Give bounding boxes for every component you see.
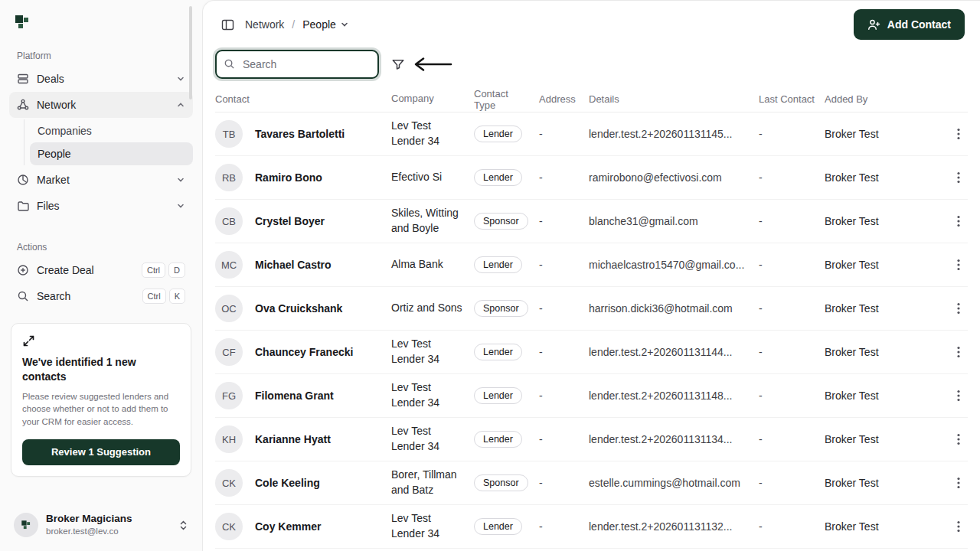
column-header-last-contact[interactable]: Last Contact bbox=[759, 93, 825, 105]
breadcrumb-people[interactable]: People bbox=[302, 18, 349, 31]
main-panel: Network / People Add Contact Contact Com… bbox=[202, 0, 980, 551]
added-by-cell: Broker Test bbox=[825, 520, 926, 533]
row-menu-button[interactable] bbox=[952, 123, 965, 145]
row-menu-button[interactable] bbox=[952, 429, 965, 450]
expand-arrows-icon bbox=[22, 334, 35, 347]
create-deal-shortcut: Ctrl D bbox=[142, 262, 185, 278]
search-menu-label: Search bbox=[37, 290, 70, 302]
market-icon bbox=[17, 174, 29, 186]
details-cell: lender.test.2+202601131132... bbox=[589, 520, 759, 533]
chevron-down-icon bbox=[176, 74, 185, 83]
funnel-icon bbox=[391, 57, 405, 71]
added-by-cell: Broker Test bbox=[825, 215, 926, 227]
app-logo[interactable] bbox=[9, 9, 193, 38]
sidebar-item-label: Market bbox=[37, 174, 70, 186]
row-menu-button[interactable] bbox=[952, 341, 965, 363]
suggestion-card: We've identified 1 new contacts Please r… bbox=[11, 323, 191, 477]
filter-button[interactable] bbox=[390, 56, 407, 73]
account-name: Broker Magicians bbox=[46, 513, 132, 525]
breadcrumb: Network / People bbox=[245, 18, 349, 31]
account-switcher[interactable]: Broker Magicians broker.test@lev.co bbox=[9, 507, 193, 543]
added-by-cell: Broker Test bbox=[825, 433, 926, 445]
added-by-cell: Broker Test bbox=[825, 302, 926, 315]
kebab-icon bbox=[957, 433, 960, 445]
sidebar-item-market[interactable]: Market bbox=[9, 167, 193, 193]
kebab-icon bbox=[957, 477, 960, 489]
breadcrumb-people-label: People bbox=[302, 18, 336, 31]
breadcrumb-network[interactable]: Network bbox=[245, 18, 284, 31]
add-contact-button[interactable]: Add Contact bbox=[854, 9, 965, 40]
table-row[interactable]: OC Ova Cruickshank Ortiz and Sons Sponso… bbox=[215, 287, 968, 331]
contact-name: Coy Kemmer bbox=[255, 520, 321, 533]
row-menu-button[interactable] bbox=[952, 385, 965, 406]
column-header-added-by[interactable]: Added By bbox=[825, 93, 926, 105]
kebab-icon bbox=[957, 128, 960, 140]
address-cell: - bbox=[539, 215, 589, 227]
contact-name: Ova Cruickshank bbox=[255, 302, 342, 315]
table-row[interactable]: KH Karianne Hyatt Lev Test Lender 34 Len… bbox=[215, 418, 968, 461]
last-contact-cell: - bbox=[759, 128, 825, 140]
avatar: FG bbox=[215, 382, 243, 409]
table-row[interactable]: CK Cole Keeling Borer, Tillman and Batz … bbox=[215, 461, 968, 505]
sidebar-scrollbar[interactable] bbox=[189, 6, 192, 99]
sidebar-toggle-button[interactable] bbox=[218, 15, 237, 34]
added-by-cell: Broker Test bbox=[825, 259, 926, 271]
kebab-icon bbox=[957, 259, 960, 271]
search-icon bbox=[17, 290, 29, 302]
suggestion-title: We've identified 1 new contacts bbox=[22, 355, 137, 384]
table-row[interactable]: MC Michael Castro Alma Bank Lender - mic… bbox=[215, 243, 968, 287]
contact-type-badge: Lender bbox=[474, 387, 522, 404]
row-menu-button[interactable] bbox=[952, 254, 965, 276]
sidebar-item-deals[interactable]: Deals bbox=[9, 66, 193, 92]
panel-left-icon bbox=[221, 18, 234, 31]
sidebar-item-companies[interactable]: Companies bbox=[30, 119, 193, 142]
sidebar-nav: Deals Network Companies People Market bbox=[9, 66, 193, 219]
column-header-contact-type[interactable]: Contact Type bbox=[474, 88, 539, 111]
network-icon bbox=[17, 99, 29, 111]
deals-icon bbox=[17, 73, 29, 85]
company-cell: Lev Test Lender 34 bbox=[391, 380, 474, 410]
table-row[interactable]: CK Coy Kemmer Lev Test Lender 34 Lender … bbox=[215, 505, 968, 549]
sidebar-item-files[interactable]: Files bbox=[9, 193, 193, 219]
chevrons-up-down-icon bbox=[178, 520, 188, 531]
table-row[interactable]: CB Crystel Boyer Skiles, Witting and Boy… bbox=[215, 200, 968, 243]
row-menu-button[interactable] bbox=[952, 167, 965, 188]
contact-name: Chauncey Franecki bbox=[255, 346, 353, 358]
contact-name: Tavares Bartoletti bbox=[255, 128, 345, 140]
table-row[interactable]: FG Filomena Grant Lev Test Lender 34 Len… bbox=[215, 374, 968, 418]
kebab-icon bbox=[957, 171, 960, 184]
column-header-details[interactable]: Details bbox=[589, 93, 759, 105]
column-header-address[interactable]: Address bbox=[539, 93, 589, 105]
table-row[interactable]: TB Tavares Bartoletti Lev Test Lender 34… bbox=[215, 112, 968, 156]
row-menu-button[interactable] bbox=[952, 472, 965, 494]
contacts-table: Contact Company Contact Type Address Det… bbox=[203, 86, 980, 551]
address-cell: - bbox=[539, 390, 589, 402]
search-menu-button[interactable]: Search Ctrl K bbox=[9, 283, 193, 309]
create-deal-button[interactable]: Create Deal Ctrl D bbox=[9, 257, 193, 283]
add-contact-label: Add Contact bbox=[887, 18, 951, 31]
row-menu-button[interactable] bbox=[952, 516, 965, 537]
added-by-cell: Broker Test bbox=[825, 171, 926, 184]
kbd-ctrl: Ctrl bbox=[142, 289, 166, 304]
address-cell: - bbox=[539, 171, 589, 184]
address-cell: - bbox=[539, 259, 589, 271]
kebab-icon bbox=[957, 346, 960, 358]
table-row[interactable]: CF Chauncey Franecki Lev Test Lender 34 … bbox=[215, 331, 968, 374]
search-input[interactable] bbox=[215, 50, 379, 79]
table-row[interactable]: RB Ramiro Bono Efectivo Si Lender - rami… bbox=[215, 156, 968, 200]
column-header-contact[interactable]: Contact bbox=[215, 93, 391, 105]
contact-name: Crystel Boyer bbox=[255, 215, 325, 227]
sidebar-item-people[interactable]: People bbox=[30, 142, 193, 165]
details-cell: lender.test.2+202601131144... bbox=[589, 346, 759, 358]
address-cell: - bbox=[539, 346, 589, 358]
row-menu-button[interactable] bbox=[952, 298, 965, 319]
details-cell: michaelcastro15470@gmail.co... bbox=[589, 259, 759, 271]
company-cell: Efectivo Si bbox=[391, 170, 474, 185]
review-suggestion-button[interactable]: Review 1 Suggestion bbox=[22, 439, 180, 465]
row-menu-button[interactable] bbox=[952, 210, 965, 232]
company-cell: Lev Test Lender 34 bbox=[391, 424, 474, 454]
kebab-icon bbox=[957, 390, 960, 402]
column-header-company[interactable]: Company bbox=[391, 92, 474, 106]
sidebar-item-network[interactable]: Network bbox=[9, 92, 193, 118]
kbd-d: D bbox=[168, 262, 185, 278]
